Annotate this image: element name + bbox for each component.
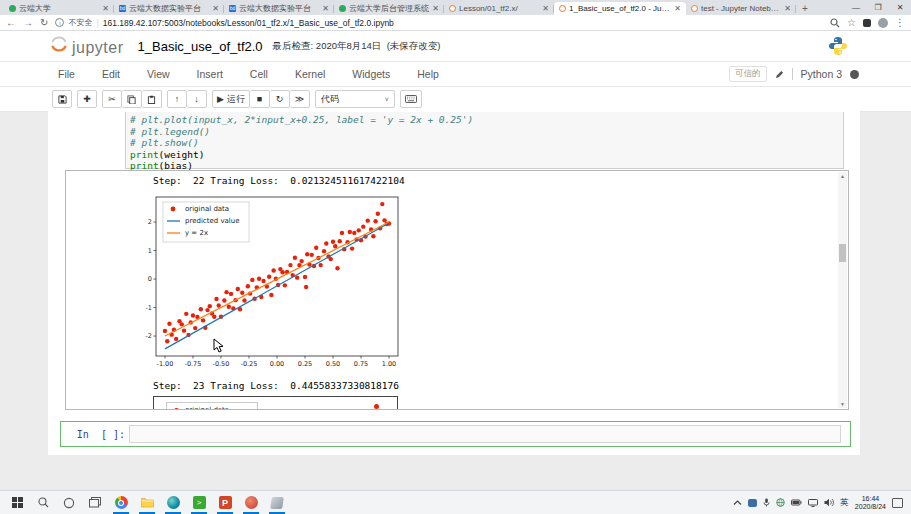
command-palette-button[interactable]: [400, 90, 422, 108]
tab-close-icon[interactable]: ✕: [322, 4, 329, 13]
code-line: # plt.show(): [130, 137, 843, 149]
scroll-down-icon[interactable]: ▼: [838, 401, 847, 407]
tab-close-icon[interactable]: ✕: [784, 4, 791, 13]
jupyter-favicon-icon: [559, 5, 566, 12]
taskbar-start-icon[interactable]: [6, 492, 28, 514]
bookmark-star-icon[interactable]: ☆: [847, 17, 856, 28]
browser-tab-2[interactable]: bd云端大数据实验平台✕: [224, 2, 334, 15]
reload-icon[interactable]: ↻: [40, 17, 48, 28]
browser-tab-6[interactable]: test - Jupyter Notebook✕: [686, 2, 796, 15]
jupyter-favicon-icon: [449, 5, 456, 12]
bd-favicon-icon: bd: [229, 5, 236, 12]
tab-close-icon[interactable]: ✕: [674, 4, 681, 13]
svg-text:0.75: 0.75: [354, 360, 368, 368]
browser-tab-3[interactable]: 云端大学后台管理系统✕: [334, 2, 444, 15]
new-tab-button[interactable]: +: [802, 3, 808, 14]
address-bar[interactable]: i 不安全 | 161.189.42.107:5003/notebooks/Le…: [55, 17, 823, 29]
scroll-up-icon[interactable]: ▲: [838, 173, 847, 179]
menu-help[interactable]: Help: [417, 68, 439, 80]
volume-icon[interactable]: [824, 498, 834, 507]
tab-close-icon[interactable]: ✕: [432, 4, 439, 13]
taskbar-task-view-icon[interactable]: [84, 492, 106, 514]
profile-avatar[interactable]: [878, 18, 888, 28]
notebook-header: jupyter 1_Basic_use_of_tf2.0 最后检查: 2020年…: [0, 31, 911, 61]
code-line: # plt.plot(input_x, 2*input_x+0.25, labe…: [130, 114, 843, 126]
copy-cell-button[interactable]: [122, 90, 142, 108]
forward-icon[interactable]: →: [23, 17, 33, 28]
taskbar-edge-icon[interactable]: [162, 492, 184, 514]
menu-edit[interactable]: Edit: [102, 68, 120, 80]
taskbar-app-red-icon[interactable]: [240, 492, 262, 514]
taskbar-search-icon[interactable]: [32, 492, 54, 514]
microphone-icon[interactable]: [763, 498, 770, 507]
add-cell-button[interactable]: ✚: [77, 90, 97, 108]
notebook-toolbar: ✚ ✂ ↑ ↓ ▶ 运行 ■ ↻ ≫ 代码˅: [0, 87, 911, 112]
trusted-badge[interactable]: 可信的: [729, 66, 767, 82]
notebook-title[interactable]: 1_Basic_use_of_tf2.0: [138, 39, 263, 54]
battery-icon[interactable]: [791, 499, 802, 506]
empty-code-cell[interactable]: In [ ]:: [60, 421, 851, 447]
tab-close-icon[interactable]: ✕: [542, 4, 549, 13]
tray-chevron-up-icon[interactable]: [733, 499, 742, 506]
cut-cell-button[interactable]: ✂: [102, 90, 122, 108]
taskbar-cortana-icon[interactable]: [58, 492, 80, 514]
legend-marker-red-dot: [174, 408, 179, 410]
taskbar-app-gray-icon[interactable]: [266, 492, 288, 514]
menu-insert[interactable]: Insert: [197, 68, 223, 80]
tab-title: Lesson/01_tf2.x/: [459, 4, 539, 13]
tab-close-icon[interactable]: ✕: [212, 4, 219, 13]
extension-icon[interactable]: [863, 19, 871, 27]
restart-run-all-button[interactable]: ≫: [290, 90, 310, 108]
network-globe-icon[interactable]: [776, 498, 785, 507]
jupyter-wordmark: jupyter: [72, 39, 124, 57]
cell-type-dropdown[interactable]: 代码˅: [315, 90, 395, 108]
svg-text:1.00: 1.00: [382, 360, 396, 368]
browser-menu-icon[interactable]: ⋮: [895, 17, 905, 28]
menu-widgets[interactable]: Widgets: [352, 68, 390, 80]
menu-kernel[interactable]: Kernel: [295, 68, 325, 80]
action-center-icon[interactable]: [892, 498, 903, 508]
svg-text:original data: original data: [185, 205, 229, 213]
svg-text:2: 2: [148, 218, 152, 226]
browser-tab-1[interactable]: bd云端大数据实验平台✕: [114, 2, 224, 15]
run-cell-button[interactable]: ▶ 运行: [212, 90, 250, 108]
paste-cell-button[interactable]: [142, 90, 162, 108]
taskbar-powerpoint-icon[interactable]: P: [214, 492, 236, 514]
code-editor-input[interactable]: [129, 425, 841, 443]
move-cell-down-button[interactable]: ↓: [187, 90, 207, 108]
move-cell-up-button[interactable]: ↑: [167, 90, 187, 108]
browser-tab-4[interactable]: Lesson/01_tf2.x/✕: [444, 2, 554, 15]
minimize-button[interactable]: —: [845, 0, 867, 15]
menu-cell[interactable]: Cell: [250, 68, 268, 80]
zoom-icon[interactable]: [830, 18, 840, 28]
output-scrollbar[interactable]: ▲ ▼: [838, 172, 847, 408]
taskbar-file-explorer-icon[interactable]: [136, 492, 158, 514]
maximize-button[interactable]: ❐: [867, 0, 889, 15]
site-info-icon[interactable]: i: [55, 18, 64, 27]
interrupt-kernel-button[interactable]: ■: [250, 90, 270, 108]
training-plot-figure: -1.00-0.75-0.50-0.250.000.250.500.751.00…: [139, 191, 401, 375]
tray-app-icon[interactable]: [748, 499, 757, 507]
close-button[interactable]: ✕: [889, 0, 911, 15]
taskbar-chrome-icon[interactable]: [110, 492, 132, 514]
code-cell-input[interactable]: # plt.plot(input_x, 2*input_x+0.25, labe…: [125, 112, 844, 169]
browser-tab-0[interactable]: 云端大学✕: [4, 2, 114, 15]
legend-label: original data: [185, 406, 229, 410]
display-icon[interactable]: [808, 499, 818, 507]
kernel-busy-indicator: [850, 70, 859, 79]
back-icon[interactable]: ←: [6, 17, 16, 28]
taskbar-xshell-icon[interactable]: >: [188, 492, 210, 514]
menu-file[interactable]: File: [58, 68, 75, 80]
output-scrollbar-thumb[interactable]: [839, 244, 846, 262]
save-button[interactable]: [52, 90, 72, 108]
tab-title: 云端大数据实验平台: [239, 3, 319, 14]
menu-view[interactable]: View: [147, 68, 170, 80]
output-step23-text: Step: 23 Traing Loss: 0.4455833733081817…: [153, 380, 399, 391]
jupyter-logo[interactable]: jupyter: [50, 35, 124, 57]
restart-kernel-button[interactable]: ↻: [270, 90, 290, 108]
ime-language-indicator[interactable]: 英: [840, 497, 849, 509]
taskbar-clock[interactable]: 16:44 2020/8/24: [855, 495, 886, 511]
browser-tab-5[interactable]: 1_Basic_use_of_tf2.0 - Jupyter✕: [554, 2, 686, 15]
tab-close-icon[interactable]: ✕: [102, 4, 109, 13]
svg-text:predicted value: predicted value: [185, 217, 240, 225]
